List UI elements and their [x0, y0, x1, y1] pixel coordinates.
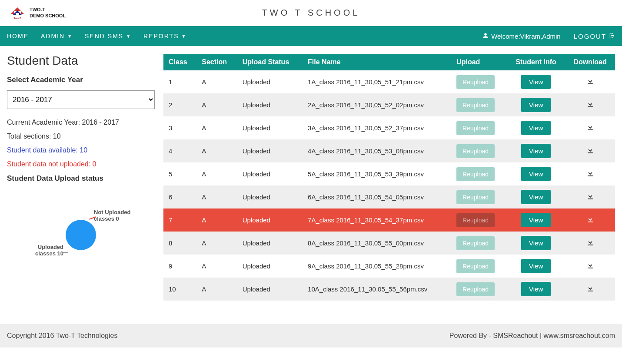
cell-section: A — [196, 278, 237, 301]
view-button[interactable]: View — [521, 236, 551, 250]
pie-label-not-uploaded: Not Uploaded classes 0 — [94, 209, 142, 222]
footer: Copyright 2016 Two-T Technologies Powere… — [0, 324, 622, 347]
cell-status: Uploaded — [237, 70, 303, 93]
logout-label: LOGOUT — [574, 33, 606, 40]
view-button[interactable]: View — [521, 259, 551, 273]
cell-status: Uploaded — [237, 255, 303, 278]
view-button[interactable]: View — [521, 144, 551, 158]
cell-status: Uploaded — [237, 139, 303, 162]
view-button[interactable]: View — [521, 167, 551, 181]
select-year-label: Select Academic Year — [7, 76, 155, 84]
download-icon[interactable] — [570, 100, 610, 110]
reupload-button[interactable]: Reupload — [456, 121, 495, 135]
cell-class: 5 — [163, 162, 196, 185]
download-icon[interactable] — [570, 146, 610, 156]
cell-section: A — [196, 232, 237, 255]
reupload-button[interactable]: Reupload — [456, 213, 495, 227]
nav-reports[interactable]: REPORTS ▼ — [143, 33, 186, 40]
reupload-button[interactable]: Reupload — [456, 282, 495, 296]
download-icon[interactable] — [570, 169, 610, 179]
cell-status: Uploaded — [237, 185, 303, 208]
cell-class: 3 — [163, 116, 196, 139]
cell-section: A — [196, 70, 237, 93]
pie-chart: Uploaded classes 10 Not Uploaded classes… — [7, 200, 155, 270]
cell-status: Uploaded — [237, 93, 303, 116]
cell-section: A — [196, 208, 237, 232]
nav-send-sms-label: SEND SMS — [85, 33, 123, 40]
download-icon[interactable] — [570, 77, 610, 87]
table-row[interactable]: 6AUploaded6A_class 2016_11_30,05_54_05pm… — [163, 185, 615, 208]
cell-class: 7 — [163, 208, 196, 232]
nav-home[interactable]: HOME — [7, 33, 29, 40]
th-section: Section — [196, 54, 237, 70]
pie-label-uploaded: Uploaded classes 10 — [20, 244, 63, 257]
nav-admin[interactable]: ADMIN ▼ — [41, 33, 73, 40]
total-sections-text: Total sections: 10 — [7, 132, 155, 140]
th-download: Download — [565, 54, 615, 70]
view-button[interactable]: View — [521, 282, 551, 296]
table-row[interactable]: 4AUploaded4A_class 2016_11_30,05_53_08pm… — [163, 139, 615, 162]
cell-section: A — [196, 255, 237, 278]
download-icon[interactable] — [570, 123, 610, 133]
nav-right: Welcome:Vikram,Admin LOGOUT — [482, 33, 615, 40]
chevron-down-icon: ▼ — [182, 34, 187, 39]
view-button[interactable]: View — [521, 121, 551, 135]
download-icon[interactable] — [570, 261, 610, 271]
year-select[interactable]: 2016 - 2017 — [7, 90, 155, 109]
cell-file: 8A_class 2016_11_30,05_55_00pm.csv — [303, 232, 451, 255]
download-icon[interactable] — [570, 192, 610, 202]
cell-section: A — [196, 162, 237, 185]
logout-link[interactable]: LOGOUT — [574, 33, 615, 40]
welcome-text: Welcome:Vikram,Admin — [482, 33, 561, 40]
svg-text:Two-T: Two-T — [13, 17, 21, 20]
cell-section: A — [196, 116, 237, 139]
cell-class: 1 — [163, 70, 196, 93]
view-button[interactable]: View — [521, 75, 551, 89]
table-row[interactable]: 1AUploaded1A_class 2016_11_30,05_51_21pm… — [163, 70, 615, 93]
view-button[interactable]: View — [521, 213, 551, 227]
reupload-button[interactable]: Reupload — [456, 167, 495, 181]
footer-powered: Powered By - SMSReachout | www.smsreacho… — [449, 332, 615, 340]
current-year-text: Current Academic Year: 2016 - 2017 — [7, 119, 155, 126]
view-button[interactable]: View — [521, 190, 551, 204]
cell-file: 6A_class 2016_11_30,05_54_05pm.csv — [303, 185, 451, 208]
reupload-button[interactable]: Reupload — [456, 190, 495, 204]
nav-admin-label: ADMIN — [41, 33, 65, 40]
page-title: Student Data — [7, 54, 155, 68]
upload-status-label: Student Data Upload status — [7, 174, 155, 183]
student-data-table: Class Section Upload Status File Name Up… — [163, 54, 615, 301]
cell-file: 4A_class 2016_11_30,05_53_08pm.csv — [303, 139, 451, 162]
logo-icon: Two-T — [9, 4, 26, 22]
table-row[interactable]: 2AUploaded2A_class 2016_11_30,05_52_02pm… — [163, 93, 615, 116]
chevron-down-icon: ▼ — [126, 34, 131, 39]
welcome-label: Welcome:Vikram,Admin — [491, 33, 561, 40]
table-row[interactable]: 10AUploaded10A_class 2016_11_30,05_55_56… — [163, 278, 615, 301]
logo-area: Two-T TWO-T DEMO SCHOOL — [9, 4, 66, 22]
download-icon[interactable] — [570, 284, 610, 294]
chevron-down-icon: ▼ — [67, 34, 73, 39]
cell-file: 7A_class 2016_11_30,05_54_37pm.csv — [303, 208, 451, 232]
view-button[interactable]: View — [521, 98, 551, 112]
reupload-button[interactable]: Reupload — [456, 259, 495, 273]
download-icon[interactable] — [570, 215, 610, 225]
table-row[interactable]: 3AUploaded3A_class 2016_11_30,05_52_37pm… — [163, 116, 615, 139]
reupload-button[interactable]: Reupload — [456, 236, 495, 250]
table-row[interactable]: 8AUploaded8A_class 2016_11_30,05_55_00pm… — [163, 232, 615, 255]
cell-file: 3A_class 2016_11_30,05_52_37pm.csv — [303, 116, 451, 139]
reupload-button[interactable]: Reupload — [456, 75, 495, 89]
reupload-button[interactable]: Reupload — [456, 144, 495, 158]
logo-line2: DEMO SCHOOL — [30, 13, 66, 19]
nav-send-sms[interactable]: SEND SMS ▼ — [85, 33, 131, 40]
download-icon[interactable] — [570, 238, 610, 248]
table-row[interactable]: 9AUploaded9A_class 2016_11_30,05_55_28pm… — [163, 255, 615, 278]
th-class: Class — [163, 54, 196, 70]
table-row[interactable]: 7AUploaded7A_class 2016_11_30,05_54_37pm… — [163, 208, 615, 232]
table-row[interactable]: 5AUploaded5A_class 2016_11_30,05_53_39pm… — [163, 162, 615, 185]
nav-left: HOME ADMIN ▼ SEND SMS ▼ REPORTS ▼ — [7, 33, 186, 40]
reupload-button[interactable]: Reupload — [456, 98, 495, 112]
sidebar: Student Data Select Academic Year 2016 -… — [7, 54, 155, 316]
cell-status: Uploaded — [237, 116, 303, 139]
cell-status: Uploaded — [237, 208, 303, 232]
header-title: TWO T SCHOOL — [262, 8, 360, 18]
cell-status: Uploaded — [237, 278, 303, 301]
